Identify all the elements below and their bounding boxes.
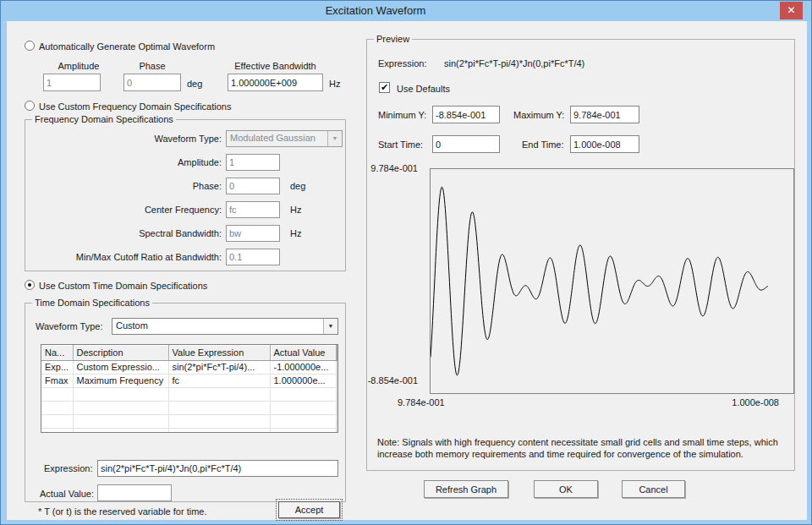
parameter-table-grid: Na...DescriptionValue ExpressionActual V… bbox=[41, 345, 337, 433]
table-cell bbox=[336, 387, 337, 401]
expression-input[interactable] bbox=[97, 460, 338, 477]
start-time-input[interactable] bbox=[432, 135, 500, 153]
phase-field bbox=[123, 74, 181, 91]
table-empty-row bbox=[41, 401, 337, 414]
effective-bandwidth-field bbox=[228, 74, 323, 91]
table-cell: -1.000000e... bbox=[270, 360, 336, 374]
frequency-domain-group: Frequency Domain Specifications Waveform… bbox=[25, 119, 346, 271]
waveform-plot bbox=[431, 169, 793, 393]
table-row[interactable]: FmaxMaximum Frequencyfc1.000000e... bbox=[41, 374, 337, 387]
max-y-label: Maximum Y: bbox=[513, 110, 564, 120]
spectral-bandwidth-field bbox=[226, 225, 280, 242]
cutoff-ratio-label: Min/Max Cutoff Ratio at Bandwidth: bbox=[34, 252, 222, 262]
dialog-body: Automatically Generate Optimal Waveform … bbox=[7, 21, 807, 520]
dialog-title: Excitation Waveform bbox=[1, 4, 750, 17]
table-empty-row bbox=[41, 414, 337, 428]
table-cell: sin(2*pi*Fc*T-pi/4)... bbox=[168, 360, 270, 374]
accept-button[interactable]: Accept bbox=[278, 501, 340, 518]
title-bar[interactable]: Excitation Waveform ✕ bbox=[1, 1, 812, 21]
table-cell bbox=[336, 360, 337, 374]
spectral-bandwidth-unit: Hz bbox=[290, 228, 301, 238]
min-y-label: Minimum Y: bbox=[378, 110, 426, 120]
chevron-down-icon: ▼ bbox=[323, 319, 337, 334]
table-cell: fc bbox=[168, 374, 270, 387]
table-cell: Custom Expressio... bbox=[73, 360, 168, 374]
max-y-input[interactable] bbox=[570, 106, 639, 123]
deg-unit-label: deg bbox=[187, 79, 202, 89]
waveform-type-label: Waveform Type: bbox=[34, 134, 222, 144]
table-cell: Exp... bbox=[41, 360, 73, 374]
table-cell bbox=[73, 428, 168, 433]
note-line-1: Note: Signals with high frequency conten… bbox=[377, 437, 778, 447]
center-frequency-unit: Hz bbox=[290, 205, 301, 215]
actual-value-field bbox=[97, 484, 172, 501]
waveform-graph bbox=[430, 168, 794, 394]
hz-unit-label: Hz bbox=[329, 79, 340, 89]
center-frequency-label: Center Frequency: bbox=[34, 205, 222, 215]
table-cell bbox=[336, 428, 337, 433]
frequency-domain-group-title: Frequency Domain Specifications bbox=[32, 114, 176, 124]
table-cell bbox=[73, 401, 168, 414]
time-footnote: * T (or t) is the reserved variable for … bbox=[38, 506, 207, 517]
radio-custom-frequency[interactable] bbox=[25, 101, 35, 111]
close-button[interactable]: ✕ bbox=[780, 2, 803, 19]
freq-amplitude-label: Amplitude: bbox=[34, 157, 222, 167]
center-frequency-field bbox=[226, 201, 280, 218]
waveform-type-value: Modulated Gaussian bbox=[230, 133, 315, 143]
phase-label: Phase bbox=[123, 61, 181, 71]
radio-custom-time[interactable] bbox=[25, 280, 35, 290]
freq-phase-label: Phase: bbox=[34, 181, 222, 191]
table-header-row: Na...DescriptionValue ExpressionActual V… bbox=[41, 345, 337, 360]
table-column-header[interactable]: Actual Value bbox=[270, 345, 336, 360]
y-axis-max-label: 9.784e-001 bbox=[337, 163, 418, 173]
x-axis-left-label: 9.784e-001 bbox=[398, 397, 445, 407]
preview-group-title: Preview bbox=[374, 34, 412, 44]
table-cell bbox=[168, 428, 270, 433]
radio-custom-time-label[interactable]: Use Custom Time Domain Specifications bbox=[39, 281, 207, 291]
freq-phase-field bbox=[226, 178, 280, 194]
table-cell bbox=[168, 387, 270, 401]
table-empty-row bbox=[41, 428, 337, 433]
cancel-button[interactable]: Cancel bbox=[622, 480, 685, 498]
time-domain-group-title: Time Domain Specifications bbox=[32, 298, 152, 308]
radio-auto-generate-label[interactable]: Automatically Generate Optimal Waveform bbox=[39, 41, 215, 52]
effective-bandwidth-label: Effective Bandwidth bbox=[228, 61, 323, 71]
table-cell bbox=[336, 401, 337, 414]
expression-label: Expression: bbox=[44, 463, 92, 473]
ok-button[interactable]: OK bbox=[534, 480, 598, 498]
amplitude-field bbox=[43, 74, 101, 91]
note-line-2: increase both memory requirements and ti… bbox=[377, 449, 743, 459]
close-icon: ✕ bbox=[787, 4, 795, 16]
actual-value-label: Actual Value: bbox=[40, 489, 94, 499]
table-row[interactable]: Exp...Custom Expressio...sin(2*pi*Fc*T-p… bbox=[41, 360, 337, 374]
radio-auto-generate[interactable] bbox=[25, 41, 35, 51]
time-waveform-type-dropdown[interactable]: Custom ▼ bbox=[112, 318, 338, 335]
table-cell: Maximum Frequency bbox=[73, 374, 168, 387]
use-defaults-label[interactable]: Use Defaults bbox=[397, 84, 450, 94]
table-cell bbox=[168, 414, 270, 428]
table-column-header-filler bbox=[336, 345, 337, 360]
table-column-header[interactable]: Value Expression bbox=[168, 345, 270, 360]
time-waveform-type-value: Custom bbox=[116, 320, 148, 331]
table-cell bbox=[270, 428, 336, 433]
end-time-input[interactable] bbox=[570, 135, 639, 153]
x-axis-right-label: 1.000e-008 bbox=[701, 397, 779, 407]
table-column-header[interactable]: Description bbox=[73, 345, 168, 360]
table-column-header[interactable]: Na... bbox=[41, 345, 73, 360]
start-time-label: Start Time: bbox=[378, 139, 423, 150]
refresh-graph-button[interactable]: Refresh Graph bbox=[424, 480, 508, 498]
parameter-table[interactable]: Na...DescriptionValue ExpressionActual V… bbox=[41, 344, 338, 433]
check-icon: ✔ bbox=[381, 82, 388, 92]
radio-custom-frequency-label[interactable]: Use Custom Frequency Domain Specificatio… bbox=[39, 101, 231, 112]
table-cell bbox=[73, 387, 168, 401]
freq-amplitude-field bbox=[226, 154, 280, 171]
table-cell bbox=[73, 414, 168, 428]
preview-expression-label: Expression: bbox=[378, 58, 426, 68]
spectral-bandwidth-label: Spectral Bandwidth: bbox=[34, 228, 222, 238]
time-waveform-type-label: Waveform Type: bbox=[36, 321, 102, 331]
preview-expression-value: sin(2*pi*Fc*T-pi/4)*Jn(0,pi*Fc*T/4) bbox=[444, 58, 584, 68]
use-defaults-checkbox[interactable]: ✔ bbox=[379, 82, 390, 93]
table-cell bbox=[270, 414, 336, 428]
min-y-input[interactable] bbox=[432, 106, 500, 123]
table-cell bbox=[41, 387, 73, 401]
